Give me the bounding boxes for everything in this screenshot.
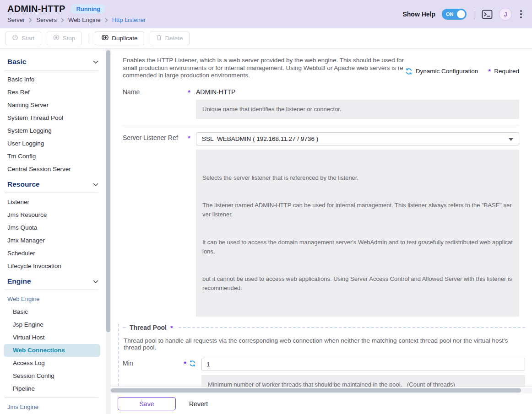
- sidebar-item-scheduler[interactable]: Scheduler: [0, 247, 105, 260]
- min-field-row: Min * Minimum number of worker threads t…: [123, 358, 525, 387]
- page-title: ADMIN-HTTP: [7, 4, 65, 14]
- sidebar-scrollbar-track[interactable]: [106, 48, 111, 414]
- horizontal-scrollbar-thumb[interactable]: [111, 388, 521, 392]
- section-title-label: Basic: [7, 58, 26, 66]
- stop-button[interactable]: Stop: [47, 32, 82, 45]
- sidebar-item-access-log[interactable]: Access Log: [0, 357, 105, 370]
- sidebar-item-web-engine-basic[interactable]: Basic: [0, 306, 105, 318]
- name-label: Name: [123, 88, 140, 119]
- min-input[interactable]: [201, 358, 525, 371]
- listener-description: Enables the HTTP Listener, which is a we…: [123, 57, 405, 80]
- duplicate-button[interactable]: Duplicate: [95, 32, 144, 45]
- min-help-text: Minimum number of worker threads that sh…: [201, 375, 525, 387]
- thread-pool-description: Thread pool to handle all requests via t…: [124, 337, 525, 351]
- toggle-knob: [457, 10, 465, 18]
- sidebar-item-user-logging[interactable]: User Logging: [0, 137, 105, 150]
- chevron-down-icon: [93, 180, 98, 188]
- required-asterisk: *: [188, 134, 190, 142]
- server-listener-ref-row: Server Listener Ref * SSL_WEBADMIN ( 192…: [123, 132, 519, 316]
- server-listener-ref-select[interactable]: SSL_WEBADMIN ( 192.168.11.27 / 9736 ): [196, 132, 519, 145]
- duplicate-icon: [101, 34, 109, 42]
- power-icon: [12, 34, 18, 42]
- row-divider: [123, 125, 519, 125]
- sidebar-group-jms-engine[interactable]: Jms Engine: [0, 401, 105, 414]
- dynamic-configuration-label: Dynamic Configuration: [416, 68, 478, 75]
- breadcrumb-item-web-engine[interactable]: Web Engine: [68, 16, 101, 23]
- sidebar-item-tm-config[interactable]: Tm Config: [0, 150, 105, 163]
- revert-button[interactable]: Revert: [189, 400, 208, 408]
- avatar-initial: J: [504, 11, 507, 18]
- save-button[interactable]: Save: [118, 397, 176, 410]
- required-asterisk: *: [188, 88, 190, 96]
- breadcrumb: Server Servers Web Engine Http Listener: [7, 16, 146, 23]
- sidebar-item-virtual-host[interactable]: Virtual Host: [0, 331, 105, 344]
- section-divider: [5, 70, 98, 70]
- terminal-icon[interactable]: [482, 10, 493, 19]
- sidebar: Basic Basic Info Res Ref Naming Server S…: [0, 48, 105, 414]
- sidebar-item-system-thread-pool[interactable]: System Thread Pool: [0, 112, 105, 124]
- delete-button[interactable]: Delete: [150, 32, 190, 45]
- section-title-label: Engine: [7, 277, 31, 285]
- sidebar-item-jms-quota[interactable]: Jms Quota: [0, 221, 105, 234]
- section-divider: [5, 193, 98, 193]
- legend-row: Dynamic Configuration * Required: [405, 63, 519, 80]
- kebab-menu-icon[interactable]: [518, 8, 524, 20]
- section-title-label: Resource: [7, 180, 40, 188]
- sidebar-item-pipeline[interactable]: Pipeline: [0, 382, 105, 395]
- required-label: Required: [494, 68, 519, 75]
- stop-icon: [53, 34, 60, 42]
- duplicate-label: Duplicate: [112, 35, 137, 42]
- horizontal-scrollbar-track[interactable]: [111, 388, 532, 393]
- thread-pool-fieldset: Thread Pool * Thread pool to handle all …: [118, 324, 529, 387]
- sidebar-item-web-connections[interactable]: Web Connections: [4, 344, 100, 357]
- start-button[interactable]: Start: [5, 32, 41, 45]
- breadcrumb-item-http-listener[interactable]: Http Listener: [112, 16, 146, 23]
- sidebar-item-listener[interactable]: Listener: [0, 196, 105, 209]
- sidebar-item-system-logging[interactable]: System Logging: [0, 124, 105, 137]
- sidebar-item-res-ref[interactable]: Res Ref: [0, 86, 105, 99]
- stop-label: Stop: [63, 35, 76, 42]
- start-label: Start: [22, 35, 35, 42]
- avatar[interactable]: J: [499, 8, 512, 21]
- dropdown-caret-icon: [509, 135, 513, 142]
- toolbar-divider: [88, 33, 88, 43]
- section-divider: [5, 398, 98, 398]
- sidebar-item-basic-info[interactable]: Basic Info: [0, 73, 105, 86]
- min-label: Min: [123, 360, 133, 387]
- required-asterisk: *: [184, 360, 186, 367]
- show-help-toggle[interactable]: ON: [442, 9, 467, 20]
- name-help-text: Unique name that identifies the listener…: [196, 100, 519, 119]
- sidebar-section-engine[interactable]: Engine: [0, 275, 105, 287]
- action-toolbar: Start Stop Duplicate Delete: [0, 28, 532, 48]
- sidebar-item-lifecycle-invocation[interactable]: Lifecycle Invocation: [0, 260, 105, 273]
- status-badge: Running: [71, 4, 105, 14]
- sidebar-item-jmx-manager[interactable]: Jmx Manager: [0, 234, 105, 247]
- sidebar-section-resource[interactable]: Resource: [0, 178, 105, 190]
- app-window: ADMIN-HTTP Running Server Servers Web En…: [0, 0, 532, 414]
- name-field-row: Name * ADMIN-HTTP Unique name that ident…: [123, 86, 519, 119]
- sidebar-item-central-session-server[interactable]: Central Session Server: [0, 163, 105, 176]
- chevron-down-icon: [93, 58, 98, 66]
- delete-label: Delete: [165, 35, 183, 42]
- sync-icon: [189, 360, 196, 367]
- main-content: Enables the HTTP Listener, which is a we…: [111, 48, 532, 414]
- sidebar-item-session-config[interactable]: Session Config: [0, 370, 105, 382]
- header-divider: [474, 9, 474, 19]
- trash-icon: [156, 34, 162, 42]
- server-listener-ref-help: Selects the server listener that is refe…: [196, 150, 519, 316]
- breadcrumb-item-servers[interactable]: Servers: [36, 16, 57, 23]
- sidebar-item-naming-server[interactable]: Naming Server: [0, 99, 105, 112]
- sidebar-item-jms-resource[interactable]: Jms Resource: [0, 209, 105, 221]
- sidebar-group-web-engine[interactable]: Web Engine: [0, 293, 105, 306]
- chevron-right-icon: [61, 18, 64, 22]
- sidebar-section-basic[interactable]: Basic: [0, 56, 105, 68]
- chevron-right-icon: [105, 18, 108, 22]
- thread-pool-title: Thread Pool: [130, 324, 167, 331]
- breadcrumb-item-server[interactable]: Server: [7, 16, 25, 23]
- show-help-label: Show Help: [402, 11, 435, 18]
- toggle-on-label: ON: [446, 11, 454, 17]
- sync-icon: [405, 68, 413, 75]
- sidebar-scrollbar-thumb[interactable]: [106, 50, 110, 332]
- form-footer: Save Revert: [111, 393, 532, 414]
- sidebar-item-jsp-engine[interactable]: Jsp Engine: [0, 318, 105, 331]
